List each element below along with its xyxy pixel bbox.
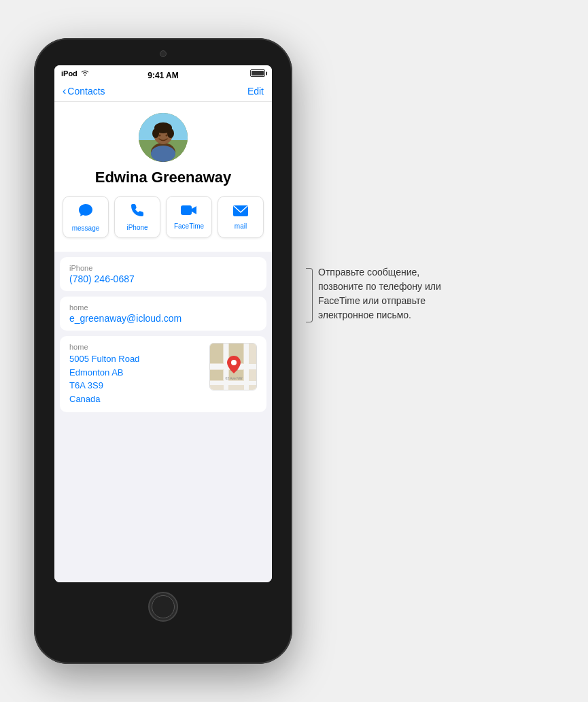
svg-rect-21 <box>210 370 223 380</box>
mail-icon <box>232 205 249 220</box>
avatar <box>139 113 188 162</box>
message-icon <box>77 203 94 222</box>
status-left: iPod <box>61 69 90 78</box>
battery-fill <box>252 71 264 76</box>
svg-point-9 <box>166 135 168 137</box>
mail-label: mail <box>235 222 247 230</box>
status-bar: iPod 9:41 AM <box>54 65 272 81</box>
carrier-label: iPod <box>61 69 77 78</box>
device: iPod 9:41 AM <box>34 38 292 664</box>
facetime-icon <box>180 205 198 220</box>
contact-header: Edwina Greenaway message <box>54 102 272 252</box>
svg-point-25 <box>231 360 237 365</box>
address-line3: T6A 3S9 <box>69 379 203 392</box>
edit-button[interactable]: Edit <box>247 86 264 97</box>
address-line1: 5005 Fulton Road <box>69 352 203 366</box>
camera-dot <box>160 50 167 57</box>
svg-rect-15 <box>210 381 257 385</box>
address-text: home 5005 Fulton Road Edmonton AB T6A 3S… <box>69 343 203 405</box>
svg-rect-16 <box>224 344 228 390</box>
svg-rect-11 <box>181 205 192 215</box>
address-label: home <box>69 343 203 351</box>
back-label[interactable]: Contacts <box>67 86 105 97</box>
annotation: Отправьте сообщение, позвоните по телефо… <box>306 265 442 322</box>
phone-row[interactable]: iPhone (780) 246-0687 <box>60 257 266 291</box>
annotation-bracket <box>306 268 313 322</box>
home-button[interactable] <box>148 592 178 622</box>
home-button-inner <box>152 595 175 618</box>
annotation-text: Отправьте сообщение, позвоните по телефо… <box>318 265 442 322</box>
email-value[interactable]: e_greenaway@icloud.com <box>69 313 257 324</box>
back-button[interactable]: ‹ Contacts <box>63 85 105 97</box>
map-thumbnail[interactable]: Ave NW 03 Ave NW <box>209 343 257 390</box>
address-row[interactable]: home 5005 Fulton Road Edmonton AB T6A 3S… <box>60 336 266 412</box>
status-time: 9:41 AM <box>148 71 179 80</box>
wifi-icon <box>80 69 90 78</box>
svg-text:03 Ave NW: 03 Ave NW <box>226 376 243 380</box>
iphone-button[interactable]: iPhone <box>114 196 160 238</box>
message-label: message <box>72 224 100 232</box>
facetime-button[interactable]: FaceTime <box>166 196 212 238</box>
address-line2: Edmonton AB <box>69 366 203 380</box>
svg-point-10 <box>151 146 175 162</box>
facetime-label: FaceTime <box>174 222 204 230</box>
mail-button[interactable]: mail <box>218 196 264 238</box>
address-section: home 5005 Fulton Road Edmonton AB T6A 3S… <box>60 336 266 412</box>
email-label: home <box>69 303 257 312</box>
phone-icon <box>130 203 145 221</box>
contact-name: Edwina Greenaway <box>95 169 232 186</box>
message-button[interactable]: message <box>63 196 109 238</box>
battery-icon <box>250 69 265 77</box>
screen: iPod 9:41 AM <box>54 65 272 582</box>
scroll-content: Edwina Greenaway message <box>54 102 272 582</box>
phone-value[interactable]: (780) 246-0687 <box>69 273 257 284</box>
nav-bar: ‹ Contacts Edit <box>54 81 272 102</box>
back-chevron-icon: ‹ <box>63 85 66 97</box>
status-right <box>250 69 265 78</box>
svg-point-7 <box>167 129 174 138</box>
address-line4: Canada <box>69 392 203 406</box>
phone-section: iPhone (780) 246-0687 <box>60 257 266 291</box>
svg-point-6 <box>152 129 159 138</box>
address-lines: 5005 Fulton Road Edmonton AB T6A 3S9 Can… <box>69 352 203 405</box>
iphone-label: iPhone <box>126 224 148 231</box>
svg-rect-17 <box>244 344 249 390</box>
email-section: home e_greenaway@icloud.com <box>60 297 266 331</box>
phone-label: iPhone <box>69 264 257 272</box>
page-wrapper: iPod 9:41 AM <box>0 0 588 702</box>
action-buttons: message iPhone <box>63 196 264 238</box>
svg-rect-18 <box>210 344 223 363</box>
email-row[interactable]: home e_greenaway@icloud.com <box>60 297 266 331</box>
svg-point-8 <box>159 135 161 137</box>
